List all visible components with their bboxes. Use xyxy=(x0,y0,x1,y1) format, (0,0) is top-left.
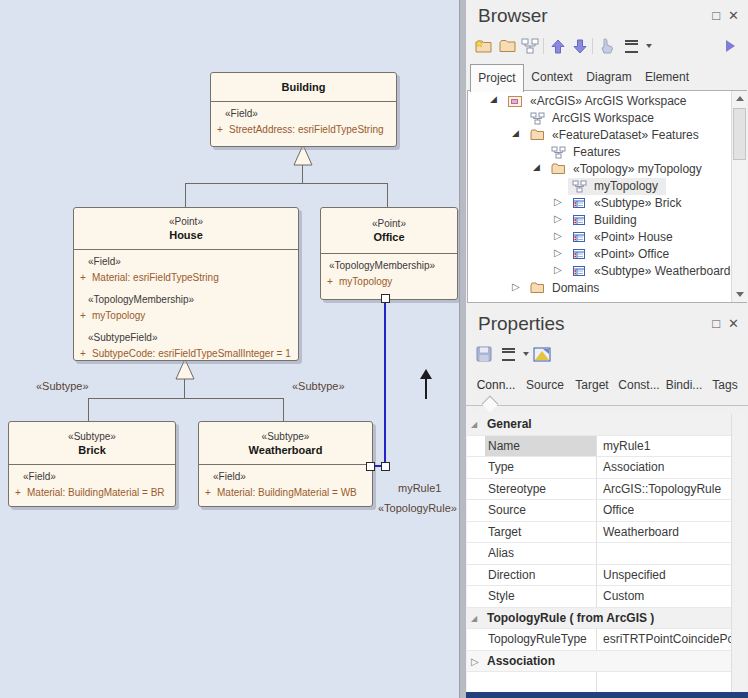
tab-project[interactable]: Project xyxy=(470,64,524,92)
float-icon[interactable]: □ xyxy=(712,9,720,22)
tab-constraints[interactable]: Const... xyxy=(616,372,662,398)
property-name[interactable]: TopologyRuleType xyxy=(485,629,597,650)
property-value[interactable]: ArcGIS::TopologyRule xyxy=(603,479,732,500)
expand-closed-icon[interactable]: ▷ xyxy=(554,230,566,241)
close-icon[interactable]: ✕ xyxy=(728,9,739,22)
expand-open-icon[interactable]: ◢ xyxy=(533,162,545,172)
property-name[interactable]: Style xyxy=(485,586,597,607)
menu-dropdown-caret-icon[interactable] xyxy=(639,36,659,56)
tab-diagram[interactable]: Diagram xyxy=(582,64,636,90)
class-house[interactable]: «Point» House «Field» +Material: esriFie… xyxy=(73,207,299,361)
tree-item-arcgis-workspace-diagram[interactable]: ArcGIS Workspace xyxy=(468,110,730,127)
tab-bindings[interactable]: Bindi... xyxy=(662,372,706,398)
property-name[interactable]: Direction xyxy=(485,565,597,586)
open-dialog-icon[interactable] xyxy=(532,344,552,364)
tab-context[interactable]: Context xyxy=(526,64,578,90)
diagram-canvas[interactable]: Building «Field» +StreetAddress: esriFie… xyxy=(0,0,459,698)
tree-item-house[interactable]: ▷ «Point» House xyxy=(468,229,730,246)
close-icon[interactable]: ✕ xyxy=(728,317,739,330)
move-down-icon[interactable] xyxy=(570,36,590,56)
attr-stereotype: «TopologyMembership» xyxy=(88,293,298,306)
expand-closed-icon[interactable]: ▷ xyxy=(554,264,566,275)
tree-item-mytopology-pkg[interactable]: ◢ «Topology» myTopology xyxy=(468,161,730,178)
property-value[interactable]: Custom xyxy=(603,586,732,607)
move-up-icon[interactable] xyxy=(548,36,568,56)
property-row-target[interactable]: Target Weatherboard xyxy=(467,522,732,544)
float-icon[interactable]: □ xyxy=(712,317,720,330)
scrollbar-thumb[interactable] xyxy=(733,108,746,160)
section-general[interactable]: ◢ General xyxy=(467,414,732,436)
property-row-alias[interactable]: Alias xyxy=(467,543,732,565)
tab-element[interactable]: Element xyxy=(640,64,694,90)
class-stereotype: «Point» xyxy=(74,215,298,228)
tree-item-weatherboard[interactable]: ▷ «Subtype» Weatherboard xyxy=(468,263,730,280)
diagram-icon xyxy=(572,180,587,196)
expand-icon[interactable] xyxy=(720,36,740,56)
tab-divider xyxy=(466,405,748,406)
property-row-stereotype[interactable]: Stereotype ArcGIS::TopologyRule xyxy=(467,479,732,501)
tree-item-office[interactable]: ▷ «Point» Office xyxy=(468,246,730,263)
attribute: +Material: esriFieldTypeString xyxy=(92,271,298,284)
expand-open-icon[interactable]: ◢ xyxy=(490,94,502,104)
section-association[interactable]: ▷ Association xyxy=(467,651,732,673)
property-name[interactable]: Name xyxy=(485,436,597,457)
expand-closed-icon[interactable]: ▷ xyxy=(554,247,566,258)
property-value[interactable]: myRule1 xyxy=(603,436,732,457)
property-row-style[interactable]: Style Custom xyxy=(467,586,732,608)
property-value[interactable]: Unspecified xyxy=(603,565,732,586)
property-row-name[interactable]: Name myRule1 xyxy=(467,436,732,458)
property-name[interactable]: Alias xyxy=(485,543,597,564)
connector-handle[interactable] xyxy=(381,294,390,303)
scroll-up-icon[interactable] xyxy=(733,91,746,106)
class-building[interactable]: Building «Field» +StreetAddress: esriFie… xyxy=(210,72,397,147)
tree-item-features-diagram[interactable]: Features xyxy=(468,144,730,161)
expand-closed-icon[interactable]: ▷ xyxy=(554,196,566,207)
property-name[interactable]: Type xyxy=(485,457,597,478)
property-value[interactable]: esriTRTPointCoincidePoint xyxy=(603,629,732,650)
property-name[interactable]: Source xyxy=(485,500,597,521)
tree-item-features-dataset[interactable]: ◢ «FeatureDataset» Features xyxy=(468,127,730,144)
section-topologyrule[interactable]: ◢ TopologyRule ( from ArcGIS ) xyxy=(467,608,732,630)
expand-closed-icon[interactable]: ▷ xyxy=(512,281,524,292)
property-row-topologyruletype[interactable]: TopologyRuleType esriTRTPointCoincidePoi… xyxy=(467,629,732,651)
tree-scrollbar[interactable] xyxy=(731,91,747,302)
section-expand-icon[interactable]: ◢ xyxy=(471,414,477,435)
expand-open-icon[interactable]: ◢ xyxy=(512,128,524,138)
section-expand-icon[interactable]: ▷ xyxy=(471,651,479,672)
class-brick[interactable]: «Subtype» Brick «Field» +Material: Build… xyxy=(8,421,176,507)
diagram-icon xyxy=(551,146,566,162)
properties-scrollbar[interactable] xyxy=(731,414,747,692)
property-row-type[interactable]: Type Association xyxy=(467,457,732,479)
hamburger-menu-icon[interactable] xyxy=(621,36,641,56)
tab-tags[interactable]: Tags xyxy=(708,372,742,398)
tree-item-arcgis-workspace-pkg[interactable]: ◢ «ArcGIS» ArcGIS Workspace xyxy=(468,93,730,110)
property-name[interactable]: Stereotype xyxy=(485,479,597,500)
property-row-direction[interactable]: Direction Unspecified xyxy=(467,565,732,587)
tree-item-mytopology-diagram[interactable]: myTopology xyxy=(468,178,730,195)
tree-item-domains[interactable]: ▷ Domains xyxy=(468,280,730,297)
save-icon[interactable] xyxy=(474,344,494,364)
connector-handle[interactable] xyxy=(381,462,390,471)
package-icon[interactable] xyxy=(497,36,517,56)
new-package-icon[interactable] xyxy=(474,36,494,56)
tab-connector[interactable]: Conn... xyxy=(474,372,518,398)
expand-closed-icon[interactable]: ▷ xyxy=(554,213,566,224)
tab-source[interactable]: Source xyxy=(522,372,568,398)
property-row-source[interactable]: Source Office xyxy=(467,500,732,522)
property-value[interactable]: Weatherboard xyxy=(603,522,732,543)
tree-item-brick[interactable]: ▷ «Subtype» Brick xyxy=(468,195,730,212)
property-name[interactable]: Target xyxy=(485,522,597,543)
new-diagram-icon[interactable] xyxy=(520,36,540,56)
class-weatherboard[interactable]: «Subtype» Weatherboard «Field» +Material… xyxy=(198,421,373,507)
property-value[interactable]: Association xyxy=(603,457,732,478)
topology-rule-connector[interactable] xyxy=(384,298,386,467)
class-office[interactable]: «Point» Office «TopologyMembership» +myT… xyxy=(320,207,458,300)
connector-handle[interactable] xyxy=(366,462,375,471)
section-expand-icon[interactable]: ◢ xyxy=(471,608,477,629)
scroll-down-icon[interactable] xyxy=(733,287,746,302)
tab-target[interactable]: Target xyxy=(570,372,614,398)
hamburger-menu-icon[interactable] xyxy=(498,344,518,364)
tree-item-building[interactable]: ▷ Building xyxy=(468,212,730,229)
property-value[interactable]: Office xyxy=(603,500,732,521)
pointer-icon[interactable] xyxy=(597,36,617,56)
